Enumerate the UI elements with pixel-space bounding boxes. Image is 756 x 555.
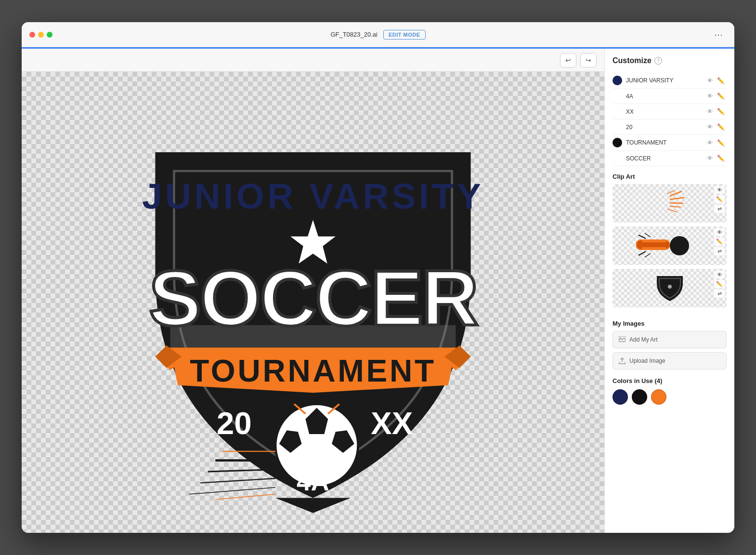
clip-art-adjust-button-2[interactable]: ⇌ (714, 247, 725, 255)
traffic-lights (29, 32, 52, 38)
color-swatch-orange[interactable] (651, 389, 666, 405)
svg-line-20 (200, 478, 275, 483)
layer-visibility-button[interactable]: 👁 (705, 107, 715, 116)
clip-art-visibility-button-1[interactable]: 👁 (714, 186, 725, 194)
svg-point-35 (670, 236, 689, 255)
file-title: GF_T0823_20.ai (330, 31, 378, 38)
svg-line-29 (667, 190, 675, 194)
title-bar-left (29, 32, 126, 38)
app-window: GF_T0823_20.ai EDIT MODE ⋯ ↩ ↪ (22, 22, 734, 533)
layer-edit-button[interactable]: ✏️ (715, 122, 727, 132)
add-art-icon (619, 336, 626, 343)
close-button[interactable] (29, 32, 35, 38)
canvas-area: ↩ ↪ JUNIOR VARSITY (22, 49, 604, 533)
svg-point-40 (668, 285, 672, 289)
more-options-button[interactable]: ⋯ (710, 27, 727, 42)
layer-edit-button[interactable]: ✏️ (715, 76, 727, 85)
clip-art-controls-2: 👁 ✏️ ⇌ (714, 228, 725, 255)
maximize-button[interactable] (47, 32, 52, 38)
svg-line-38 (645, 233, 651, 237)
layer-edit-button[interactable]: ✏️ (715, 92, 727, 101)
clip-art-controls-1: 👁 ✏️ ⇌ (714, 186, 725, 213)
svg-line-26 (670, 198, 684, 199)
my-images-section: My Images Add My Art Upload Image (613, 313, 727, 373)
layers-list: JUNIOR VARSITY 👁 ✏️ 4A 👁 ✏️ XX 👁 ✏️ (613, 73, 727, 166)
svg-line-36 (639, 235, 646, 238)
layer-color-dot[interactable] (613, 138, 622, 147)
svg-line-28 (670, 206, 681, 207)
title-bar-center: GF_T0823_20.ai EDIT MODE (126, 30, 630, 40)
clip-art-item-1[interactable]: 👁 ✏️ ⇌ (613, 184, 727, 223)
edit-mode-button[interactable]: EDIT MODE (383, 30, 426, 40)
layer-label: TOURNAMENT (626, 139, 705, 146)
layer-edit-button[interactable]: ✏️ (715, 154, 727, 163)
svg-text:JUNIOR VARSITY: JUNIOR VARSITY (142, 176, 484, 216)
clip-art-adjust-button-3[interactable]: ⇌ (714, 290, 725, 298)
layer-row: TOURNAMENT 👁 ✏️ (613, 135, 727, 151)
colors-in-use-title: Colors in Use (4) (613, 377, 727, 384)
clip-art-visibility-button-3[interactable]: 👁 (714, 271, 725, 278)
svg-line-39 (645, 253, 651, 257)
canvas-viewport: JUNIOR VARSITY SOCCER TOURNAM (22, 72, 604, 533)
soccer-logo: JUNIOR VARSITY SOCCER TOURNAM (125, 91, 501, 515)
color-swatch-black[interactable] (632, 389, 647, 405)
layer-label: JUNIOR VARSITY (626, 77, 705, 84)
layer-visibility-button[interactable]: 👁 (705, 122, 715, 132)
clip-art-edit-button-1[interactable]: ✏️ (714, 195, 725, 203)
upload-image-button[interactable]: Upload Image (613, 352, 727, 370)
svg-text:XX: XX (371, 406, 413, 441)
layer-label: SOCCER (626, 155, 705, 162)
layer-edit-button[interactable]: ✏️ (715, 107, 727, 116)
clip-art-section-label: Clip Art (613, 173, 727, 180)
add-my-art-button[interactable]: Add My Art (613, 331, 727, 348)
panel-title: Customize (613, 56, 652, 65)
layer-color-dot[interactable] (613, 76, 622, 85)
color-swatch-navy[interactable] (613, 389, 628, 405)
layer-visibility-button[interactable]: 👁 (705, 76, 715, 85)
color-swatches (613, 389, 727, 405)
layer-row: 4A 👁 ✏️ (613, 89, 727, 104)
right-panel: Customize ? JUNIOR VARSITY 👁 ✏️ 4A 👁 ✏️ (604, 49, 734, 533)
layer-visibility-button[interactable]: 👁 (705, 138, 715, 147)
layer-label: XX (626, 108, 705, 115)
title-bar-right: ⋯ (630, 27, 727, 42)
upload-icon (619, 357, 626, 364)
svg-text:20: 20 (217, 406, 252, 441)
colors-section: Colors in Use (4) (613, 377, 727, 405)
svg-text:TOURNAMENT: TOURNAMENT (190, 353, 436, 388)
svg-line-21 (189, 487, 275, 494)
title-bar: GF_T0823_20.ai EDIT MODE ⋯ (22, 22, 734, 47)
redo-button[interactable]: ↪ (580, 53, 597, 67)
layer-visibility-button[interactable]: 👁 (705, 92, 715, 101)
svg-line-27 (670, 203, 683, 203)
clip-art-visibility-button-2[interactable]: 👁 (714, 228, 725, 236)
clip-art-controls-3: 👁 ✏️ ⇌ (714, 271, 725, 298)
svg-text:4A: 4A (297, 467, 329, 496)
clip-art-item-2[interactable]: 👁 ✏️ ⇌ (613, 226, 727, 265)
clip-art-adjust-button-1[interactable]: ⇌ (714, 205, 725, 213)
svg-text:SOCCER: SOCCER (149, 253, 477, 342)
canvas-toolbar: ↩ ↪ (22, 49, 604, 72)
clip-art-edit-button-2[interactable]: ✏️ (714, 238, 725, 246)
svg-line-30 (667, 209, 677, 212)
svg-line-37 (639, 251, 646, 255)
clip-art-item-3[interactable]: 👁 ✏️ ⇌ (613, 269, 727, 307)
my-images-section-label: My Images (613, 320, 727, 327)
svg-line-23 (215, 494, 275, 499)
layer-row: JUNIOR VARSITY 👁 ✏️ (613, 73, 727, 89)
help-icon[interactable]: ? (654, 57, 662, 65)
layer-row: SOCCER 👁 ✏️ (613, 151, 727, 166)
layer-label: 4A (626, 93, 705, 100)
layer-visibility-button[interactable]: 👁 (705, 154, 715, 163)
layer-row: XX 👁 ✏️ (613, 104, 727, 119)
panel-header: Customize ? (613, 56, 727, 65)
layer-edit-button[interactable]: ✏️ (715, 138, 727, 147)
undo-button[interactable]: ↩ (560, 53, 576, 67)
clip-art-edit-button-3[interactable]: ✏️ (714, 280, 725, 288)
minimize-button[interactable] (38, 32, 44, 38)
layer-row: 20 👁 ✏️ (613, 119, 727, 135)
main-content: ↩ ↪ JUNIOR VARSITY (22, 49, 734, 533)
layer-label: 20 (626, 124, 705, 131)
